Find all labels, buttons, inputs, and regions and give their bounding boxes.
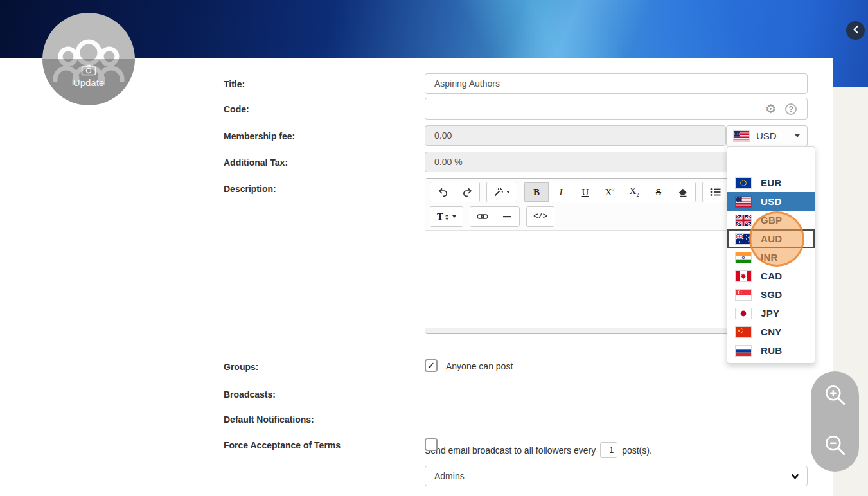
default-notifications-select[interactable]: Admins	[425, 466, 808, 486]
code-input[interactable]	[425, 98, 808, 120]
currency-option-rub[interactable]: RUB	[727, 341, 815, 360]
undo-icon	[438, 187, 448, 197]
subscript-icon: X2	[630, 186, 639, 198]
code-view-button[interactable]: </>	[527, 207, 554, 226]
force-terms-checkbox[interactable]	[425, 438, 438, 451]
anyone-can-post-label: Anyone can post	[446, 361, 513, 371]
caret-down-icon	[452, 215, 456, 218]
caret-down-icon	[506, 191, 510, 193]
redo-button[interactable]	[455, 182, 479, 202]
membership-fee-label: Membership fee:	[224, 131, 295, 141]
horizontal-rule-button[interactable]	[495, 207, 519, 226]
zoom-controls	[811, 371, 859, 472]
superscript-icon: X2	[605, 188, 615, 197]
chevron-left-icon	[852, 25, 860, 36]
superscript-button[interactable]: X2	[598, 182, 622, 202]
currency-option-label: INR	[761, 252, 778, 263]
gear-icon[interactable]: ⚙	[765, 103, 776, 115]
currency-option-label: JPY	[761, 308, 779, 319]
camera-icon	[81, 64, 96, 76]
italic-icon: I	[560, 188, 563, 197]
code-label: Code:	[224, 104, 249, 114]
chevron-down-icon	[791, 470, 799, 482]
currency-option-usd[interactable]: USD	[727, 192, 815, 211]
magic-button[interactable]	[487, 182, 517, 202]
currency-option-sgd[interactable]: SGD	[727, 285, 815, 304]
toolbar-button-group	[430, 182, 480, 202]
bold-button[interactable]: B	[524, 182, 549, 202]
eraser-button[interactable]	[671, 182, 695, 202]
caret-down-icon	[795, 134, 800, 137]
membership-fee-input[interactable]	[425, 125, 726, 146]
zoom-out-icon	[822, 432, 849, 461]
unordered-list-button[interactable]	[703, 182, 727, 202]
currency-option-aud[interactable]: AUD	[727, 229, 815, 248]
flag-jp-icon	[736, 308, 751, 319]
help-icon[interactable]: ?	[785, 103, 797, 115]
currency-option-jpy[interactable]: JPY	[727, 304, 815, 323]
toolbar-button-group	[702, 182, 728, 202]
currency-option-label: SGD	[761, 289, 782, 300]
zoom-in-button[interactable]	[811, 371, 859, 421]
redo-icon	[462, 187, 473, 197]
underline-icon: U	[582, 188, 589, 197]
line-height-button[interactable]: T↕	[430, 207, 463, 226]
avatar-update-label: Update	[73, 77, 104, 88]
italic-button[interactable]: I	[549, 182, 573, 202]
currency-option-eur[interactable]: EUR	[727, 173, 815, 192]
currency-option-blank[interactable]	[727, 150, 815, 173]
collapse-panel-button[interactable]	[846, 21, 865, 40]
toolbar-button-group	[470, 206, 520, 227]
currency-option-cny[interactable]: CNY	[727, 323, 815, 341]
subscript-button[interactable]: X2	[622, 182, 646, 202]
toolbar-button-group	[486, 182, 517, 202]
currency-selected-code: USD	[756, 130, 788, 141]
flag-us-icon	[736, 197, 751, 207]
flag-eu-icon	[736, 178, 751, 188]
line-height-icon: T↕	[437, 212, 450, 222]
toolbar-button-group: BIUX2X2S	[524, 182, 696, 202]
flag-ru-icon	[736, 346, 751, 356]
magic-icon	[493, 187, 504, 197]
currency-option-cad[interactable]: CAD	[727, 267, 815, 285]
currency-option-label: CAD	[761, 270, 782, 281]
flag-sg-icon	[736, 290, 751, 300]
toolbar-button-group: T↕	[430, 206, 463, 227]
eraser-icon	[678, 188, 688, 197]
page: Title: Code: ⚙ ? Membership fee: Additio…	[0, 0, 868, 496]
currency-option-gbp[interactable]: GBP	[727, 211, 815, 229]
flag-in-icon	[736, 252, 751, 263]
default-notifications-value: Admins	[434, 471, 791, 481]
description-label: Description:	[224, 184, 276, 194]
zoom-out-button[interactable]	[811, 421, 859, 472]
strikethrough-button[interactable]: S	[646, 182, 671, 202]
link-button[interactable]	[470, 207, 495, 226]
currency-option-label: USD	[761, 196, 782, 207]
underline-button[interactable]: U	[573, 182, 598, 202]
broadcast-frequency-input[interactable]	[600, 442, 617, 458]
broadcast-text-after: post(s).	[622, 445, 652, 456]
undo-button[interactable]	[430, 182, 455, 202]
currency-select-button[interactable]: USD	[726, 125, 808, 146]
flag-us-icon	[734, 131, 749, 141]
currency-option-label: RUB	[761, 345, 782, 356]
currency-option-label: EUR	[761, 177, 782, 188]
strikethrough-icon: S	[656, 188, 661, 197]
title-input[interactable]	[425, 73, 808, 94]
currency-option-label: CNY	[761, 326, 782, 337]
link-icon	[477, 213, 488, 220]
broadcasts-label: Broadcasts:	[224, 389, 276, 400]
group-avatar[interactable]: Update	[42, 13, 135, 105]
force-terms-label: Force Acceptance of Terms	[224, 440, 341, 450]
group-settings-form-card: Title: Code: ⚙ ? Membership fee: Additio…	[0, 58, 833, 496]
flag-au-icon	[736, 234, 751, 244]
title-label: Title:	[224, 79, 245, 89]
additional-tax-label: Additional Tax:	[224, 157, 288, 168]
currency-option-label: GBP	[761, 215, 782, 226]
currency-option-inr[interactable]: INR	[727, 248, 815, 267]
zoom-in-icon	[822, 382, 849, 411]
bold-icon: B	[533, 188, 540, 197]
broadcast-text-before: Send email broadcast to all followers ev…	[425, 445, 596, 456]
anyone-can-post-checkbox[interactable]: ✓	[425, 359, 438, 372]
flag-cn-icon	[736, 327, 751, 337]
